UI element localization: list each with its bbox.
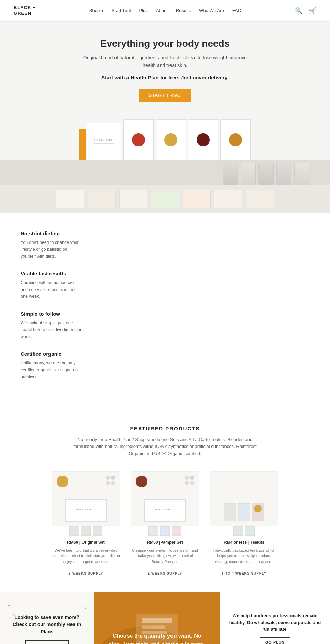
- sachet-5: [294, 163, 309, 185]
- nav-about[interactable]: About: [156, 8, 168, 13]
- teakit-cards: [224, 503, 264, 521]
- thumb-0-0: [69, 526, 79, 536]
- ingredient-box-5: [183, 190, 211, 208]
- hero-product-card-4: [220, 119, 251, 160]
- product-dot-red: [132, 133, 145, 146]
- nav-faq[interactable]: FAQ: [232, 8, 241, 13]
- product-card-2: RM4 or less | Teakits Individually packa…: [210, 471, 278, 576]
- feature-item-1: Visible fast results Combine with some e…: [21, 271, 96, 300]
- nav-plus[interactable]: Plus: [139, 8, 147, 13]
- ingredient-box-7: [246, 190, 274, 208]
- product-divider-1: [151, 512, 179, 512]
- product-main-box-1: BLACK + GREEN: [144, 499, 186, 522]
- product-dots-0: [106, 476, 115, 485]
- thumb-1-1: [160, 526, 170, 536]
- feature-title-3: Certified organic: [21, 351, 96, 357]
- hero-title: Everything your body needs: [7, 38, 323, 49]
- feature-desc-3: Unlike many, we are the only certified o…: [21, 360, 82, 380]
- hero-image-strip: [0, 160, 330, 213]
- product-image-0: BLACK + GREEN: [52, 471, 120, 526]
- teakit-circle: [254, 505, 262, 512]
- sachet-1: [223, 163, 238, 185]
- product-supply-0: 2 WEEKS SUPPLY: [52, 568, 120, 575]
- ingredient-box-3: [119, 190, 147, 208]
- star-deco-5: ✦: [84, 606, 87, 610]
- hero-bold-line: Start with a Health Plan for free. Just …: [82, 74, 248, 82]
- feature-desc-1: Combine with some exercise and see visib…: [21, 279, 82, 300]
- sachet-3: [258, 163, 274, 185]
- product-dot-orange: [229, 133, 242, 146]
- thumb-2-1: [245, 526, 255, 536]
- product-dot-darkred: [197, 133, 210, 146]
- brand-logo[interactable]: BLACK + GREEN: [14, 5, 36, 16]
- product-name-1: RM60 |Pamper Set: [131, 540, 199, 545]
- search-button[interactable]: 🔍: [295, 7, 302, 14]
- feature-desc-2: We make it simple: just one Teakit befor…: [21, 319, 82, 340]
- hero-subtitle: Original blend of natural ingredients an…: [82, 54, 248, 69]
- cart-button[interactable]: 🛒: [309, 7, 316, 14]
- product-card-0: BLACK + GREEN RM60 | Original Set We've …: [52, 471, 120, 576]
- thumb-0-1: [81, 526, 91, 536]
- product-divider: [94, 143, 114, 144]
- nav-who-we-are[interactable]: Who We Are: [199, 8, 224, 13]
- start-trial-button[interactable]: START TRIAL: [139, 89, 191, 102]
- promo-panels: ✦ ✦ ✦ ✦ ✦ Looking to save even more? Che…: [0, 592, 330, 644]
- feature-item-0: No strict dieting You don't need to chan…: [21, 230, 96, 260]
- product-thumbnails-2: [210, 526, 278, 536]
- product-brand-label-0: BLACK + GREEN: [76, 509, 97, 511]
- shop-chevron-icon: ▾: [102, 9, 103, 13]
- sachet-2: [241, 163, 256, 185]
- product-divider-0: [72, 512, 100, 512]
- promo-panel-health-plans: ✦ ✦ ✦ ✦ ✦ Looking to save even more? Che…: [0, 592, 94, 644]
- ingredient-box-1: [56, 190, 84, 208]
- nav-results[interactable]: Results: [176, 8, 191, 13]
- product-circle-0: [57, 476, 68, 487]
- features-list: No strict dieting You don't need to chan…: [21, 230, 96, 391]
- feature-item-2: Simple to follow We make it simple: just…: [21, 311, 96, 340]
- cart-icon: 🛒: [309, 7, 316, 14]
- hero-section: Everything your body needs Original blen…: [0, 22, 330, 160]
- nav-shop[interactable]: Shop ▾: [89, 8, 103, 13]
- product-main-box-0: BLACK + GREEN: [65, 499, 107, 522]
- ingredients-row: [0, 185, 330, 213]
- ingredient-box-2: [88, 190, 116, 208]
- thumb-1-2: [172, 526, 182, 536]
- main-nav: Shop ▾ Start Trial Plus About Results Wh…: [89, 8, 241, 13]
- feature-title-2: Simple to follow: [21, 311, 96, 317]
- nav-start-trial[interactable]: Start Trial: [112, 8, 131, 13]
- feature-title-0: No strict dieting: [21, 230, 96, 236]
- hero-product-card-2: [156, 119, 186, 160]
- teakit-card-0: [224, 503, 236, 521]
- promo-title-0: Looking to save even more? Check out our…: [7, 614, 87, 635]
- sachet-4: [276, 163, 292, 185]
- site-header: BLACK + GREEN Shop ▾ Start Trial Plus Ab…: [0, 0, 330, 22]
- product-dot-yellow: [164, 133, 177, 146]
- product-name-0: RM60 | Original Set: [52, 540, 120, 545]
- hero-product-card-3: [188, 119, 218, 160]
- teakit-card-1: [238, 503, 250, 521]
- featured-heading: FEATURED PRODUCTS: [14, 426, 316, 431]
- hero-product-card-1: [123, 119, 154, 160]
- promo-right-content: We help hundreds professionals remain he…: [227, 612, 323, 644]
- thumb-2-0: [233, 526, 243, 536]
- thumb-0-2: [93, 526, 102, 536]
- promo-button-2[interactable]: GO PLUS: [260, 637, 291, 644]
- product-image-2: [210, 471, 278, 526]
- brand-text-mini: BLACK + GREEN: [94, 139, 115, 141]
- promo-middle-content: Choose the quantity you want. No plan. J…: [107, 632, 207, 644]
- feature-desc-0: You don't need to change your lifestyle …: [21, 239, 82, 260]
- product-box-card: BLACK + GREEN: [87, 123, 121, 160]
- product-name-2: RM4 or less | Teakits: [210, 540, 278, 545]
- promo-button-0[interactable]: TRY FOR FREE: [25, 640, 69, 644]
- search-icon: 🔍: [295, 7, 302, 14]
- product-desc-1: Cleanse your system, loose weight and ma…: [131, 547, 199, 565]
- promo-left-content: Looking to save even more? Check out our…: [7, 614, 87, 644]
- product-thumbnails-0: [52, 526, 120, 536]
- hero-product-first: BLACK + GREEN: [79, 123, 121, 160]
- products-grid: BLACK + GREEN RM60 | Original Set We've …: [14, 471, 316, 576]
- promo-title-1: Choose the quantity you want. No plan. J…: [107, 632, 207, 644]
- hero-product-row: BLACK + GREEN: [7, 112, 323, 160]
- features-section: No strict dieting You don't need to chan…: [0, 213, 330, 408]
- featured-products-section: FEATURED PRODUCTS Not ready for a Health…: [0, 408, 330, 593]
- teakit-card-2: [252, 503, 264, 521]
